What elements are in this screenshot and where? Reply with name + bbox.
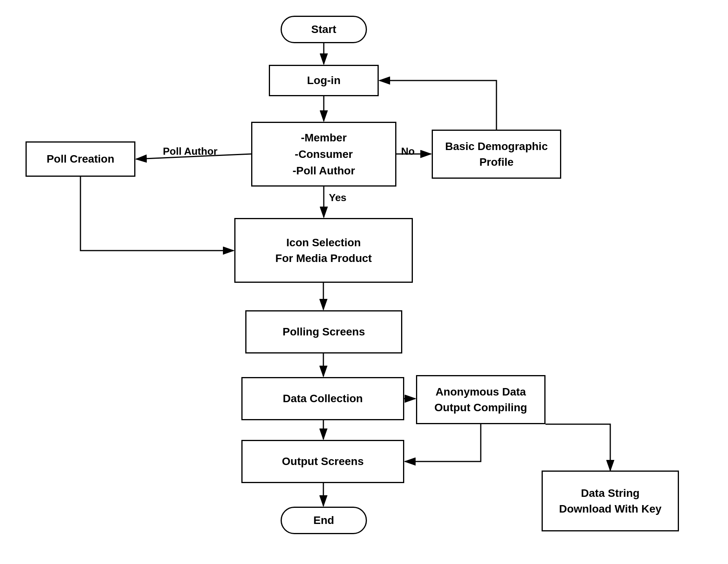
no-label: No [401,145,415,157]
anon-data-node: Anonymous Data Output Compiling [416,375,546,424]
end-node: End [281,507,367,534]
poll-creation-node: Poll Creation [26,141,135,177]
icon-selection-node: Icon Selection For Media Product [234,218,413,283]
data-string-node: Data String Download With Key [542,471,679,531]
yes-label: Yes [329,192,347,204]
basic-demo-node: Basic Demographic Profile [432,130,561,179]
start-node: Start [281,16,367,43]
member-node: -Member -Consumer -Poll Author [251,122,396,187]
login-node: Log-in [269,65,379,96]
output-screens-node: Output Screens [241,440,404,483]
polling-screens-node: Polling Screens [245,310,402,353]
data-collection-node: Data Collection [241,377,404,420]
poll-author-label: Poll Author [163,145,217,157]
